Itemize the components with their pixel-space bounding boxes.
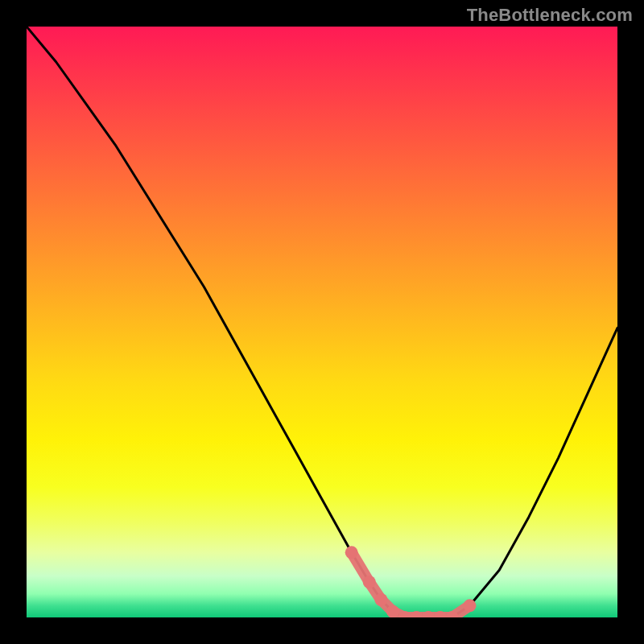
marker-dot <box>464 599 477 612</box>
marker-dot <box>345 546 358 559</box>
marker-dots <box>345 546 477 617</box>
plot-area <box>27 27 617 617</box>
watermark-text: TheBottleneck.com <box>467 5 633 26</box>
marker-dot <box>374 593 387 606</box>
chart-stage: TheBottleneck.com <box>0 0 644 644</box>
curve-layer <box>27 27 617 617</box>
bottleneck-curve <box>27 27 617 617</box>
marker-dot <box>363 576 376 588</box>
marker-dot <box>386 605 399 617</box>
